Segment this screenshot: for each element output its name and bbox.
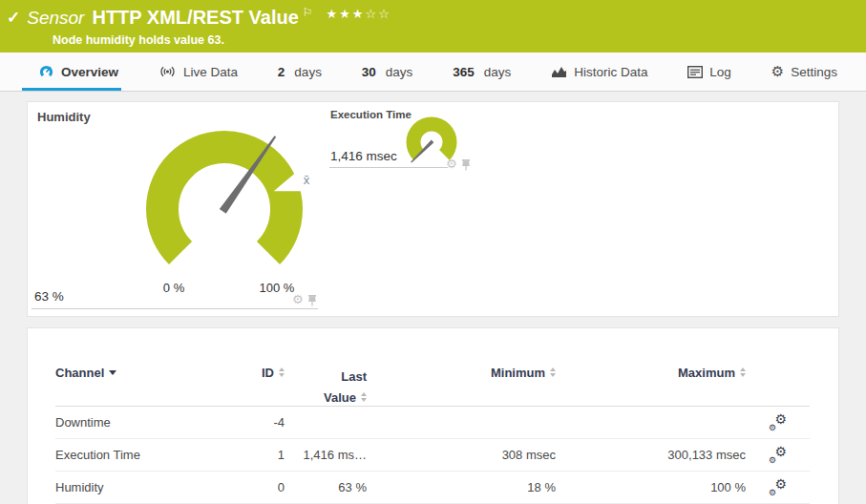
channels-panel: Channel ID Last Value <box>27 327 839 504</box>
channel-settings-icon[interactable]: ⚙ ⚙ <box>769 480 787 495</box>
column-header-minimum[interactable]: Minimum <box>367 365 556 406</box>
channel-last-value: 63 % <box>285 480 367 494</box>
gear-icon: ⚙ <box>774 476 787 492</box>
gear-icon: ⚙ <box>769 423 776 432</box>
gear-icon: ⚙ <box>774 411 787 427</box>
gear-icon: ⚙ <box>774 444 787 459</box>
channel-table-header: Channel ID Last Value <box>55 328 810 407</box>
tab-2-days[interactable]: 2 days <box>278 52 322 91</box>
sensor-kind-label: Sensor <box>27 8 84 29</box>
channel-id: -4 <box>237 415 285 430</box>
live-signal-icon <box>158 65 177 78</box>
tab-365-days[interactable]: 365 days <box>453 52 511 91</box>
humidity-widget-tools: ⚙ <box>292 292 317 306</box>
log-list-icon <box>687 66 703 78</box>
gauge-average-marker: x̄ <box>304 173 310 187</box>
tab-number: 2 <box>278 65 285 79</box>
column-header-actions <box>746 365 810 406</box>
flag-icon: ⚐ <box>303 6 313 19</box>
tab-label: Settings <box>791 65 837 79</box>
gauge-icon <box>38 64 54 80</box>
tab-label: Historic Data <box>574 65 647 79</box>
tab-settings[interactable]: ⚙ Settings <box>771 52 837 91</box>
column-label: Last <box>341 368 367 385</box>
area-chart-icon <box>551 66 567 78</box>
channel-settings-icon[interactable]: ⚙ ⚙ <box>769 448 787 463</box>
tab-label: days <box>386 65 413 79</box>
column-label: Value <box>324 389 356 406</box>
channel-id: 1 <box>237 448 285 462</box>
tab-live-data[interactable]: Live Data <box>158 52 238 91</box>
gauges-panel: Humidity x̄ 63 % 0 % 100 % ⚙ Execution T… <box>27 101 839 317</box>
sort-descending-icon <box>109 370 116 375</box>
sensor-header: ✓ Sensor HTTP XML/REST Value ⚐ ★★★☆☆ Nod… <box>0 0 866 52</box>
tab-label: Log <box>709 65 731 79</box>
humidity-current-value: 63 % <box>34 289 64 304</box>
table-row-downtime: Downtime -4 ⚙ ⚙ <box>55 407 810 439</box>
channel-minimum: 18 % <box>367 480 556 494</box>
column-label: Maximum <box>678 365 735 381</box>
tab-number: 365 <box>453 65 475 79</box>
table-row-execution-time: Execution Time 1 1,416 ms… 308 msec 300,… <box>55 439 810 472</box>
channel-maximum: 100 % <box>556 480 746 494</box>
tab-bar: Overview Live Data 2 days 30 days 365 da… <box>0 52 866 92</box>
content-area: Humidity x̄ 63 % 0 % 100 % ⚙ Execution T… <box>0 92 866 504</box>
column-header-channel[interactable]: Channel <box>55 365 237 406</box>
gauge-widget-divider <box>32 308 318 309</box>
prtg-sensor-page: ✓ Sensor HTTP XML/REST Value ⚐ ★★★☆☆ Nod… <box>0 0 866 504</box>
gear-icon: ⚙ <box>769 488 776 497</box>
pin-icon[interactable] <box>307 295 317 306</box>
tab-log[interactable]: Log <box>687 52 731 91</box>
tab-30-days[interactable]: 30 days <box>362 52 413 91</box>
channel-name: Downtime <box>55 415 237 430</box>
column-header-last-value[interactable]: Last Value <box>285 365 367 406</box>
column-label: ID <box>262 365 274 381</box>
pin-icon[interactable] <box>461 159 471 171</box>
column-label: Minimum <box>491 365 545 381</box>
tab-historic-data[interactable]: Historic Data <box>551 52 647 91</box>
column-label: Channel <box>55 365 104 381</box>
channel-name: Execution Time <box>55 448 237 462</box>
priority-stars[interactable]: ★★★☆☆ <box>327 7 391 21</box>
gauge-arc <box>413 124 450 155</box>
tab-label: Overview <box>61 65 118 79</box>
widget-settings-icon[interactable]: ⚙ <box>446 157 457 171</box>
execution-widget-tools: ⚙ <box>446 157 471 171</box>
table-row-humidity: Humidity 0 63 % 18 % 100 % ⚙ ⚙ <box>55 472 810 504</box>
channel-last-value: 1,416 ms… <box>285 448 367 462</box>
execution-time-current-value: 1,416 msec <box>330 149 397 163</box>
execution-widget-divider <box>329 167 448 168</box>
tab-label: Live Data <box>183 65 238 79</box>
column-header-maximum[interactable]: Maximum <box>556 365 746 406</box>
column-header-id[interactable]: ID <box>237 365 285 406</box>
sensor-title: HTTP XML/REST Value <box>92 7 298 29</box>
tab-label: days <box>294 65 322 79</box>
gear-icon: ⚙ <box>771 63 784 80</box>
channel-maximum: 300,133 msec <box>556 448 746 462</box>
status-ok-icon: ✓ <box>7 8 20 28</box>
humidity-gauge-title: Humidity <box>37 110 91 124</box>
sensor-status-message: Node humidity holds value 63. <box>53 33 866 47</box>
gauge-arc <box>162 147 286 253</box>
gauge-scale-min: 0 % <box>153 281 195 295</box>
tab-number: 30 <box>362 65 376 79</box>
channel-name: Humidity <box>55 480 237 494</box>
widget-settings-icon[interactable]: ⚙ <box>292 292 304 306</box>
channel-minimum: 308 msec <box>367 448 556 462</box>
channel-id: 0 <box>237 480 285 494</box>
tab-overview[interactable]: Overview <box>38 52 118 91</box>
tab-label: days <box>484 65 512 79</box>
gear-icon: ⚙ <box>769 455 776 465</box>
channel-settings-icon[interactable]: ⚙ ⚙ <box>769 415 787 430</box>
